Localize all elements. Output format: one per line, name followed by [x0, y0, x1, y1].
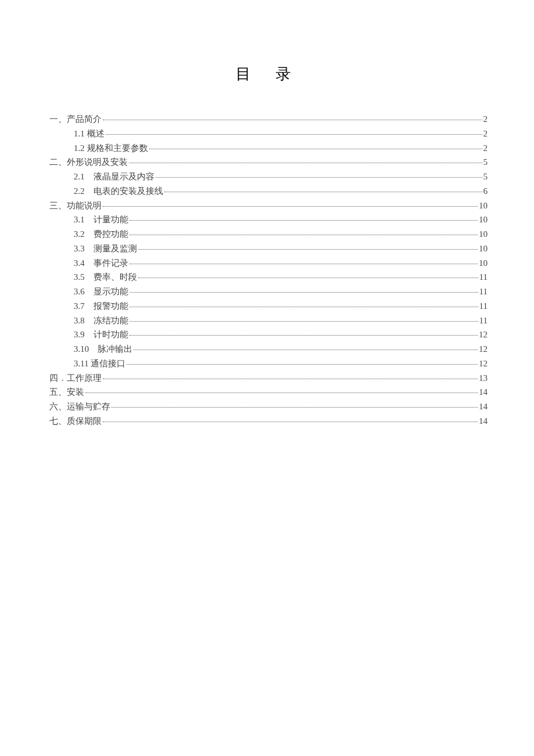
toc-leader-dots: [129, 335, 478, 336]
toc-leader-dots: [164, 192, 482, 192]
toc-leader-dots: [103, 422, 478, 422]
toc-entry-page: 2: [484, 112, 488, 127]
toc-entry-page: 14: [479, 385, 488, 399]
toc-entry-page: 10: [479, 227, 488, 242]
toc-entry-label: 3.5 费率、时段: [74, 270, 137, 285]
toc-leader-dots: [103, 120, 482, 120]
toc-entry-page: 2: [484, 141, 488, 156]
toc-entry-label: 三、功能说明: [49, 199, 102, 213]
toc-entry-label: 3.7 报警功能: [74, 299, 128, 314]
toc-entry-page: 11: [479, 285, 488, 299]
toc-entry-page: 13: [479, 371, 488, 386]
toc-leader-dots: [138, 278, 478, 278]
toc-leader-dots: [149, 149, 482, 149]
toc-entry: 七、质保期限14: [49, 414, 488, 429]
toc-entry: 六、运输与贮存14: [49, 399, 488, 414]
toc-entry-page: 12: [479, 357, 488, 371]
toc-entry-page: 5: [484, 155, 488, 170]
toc-entry-label: 3.1 计量功能: [74, 213, 128, 227]
toc-leader-dots: [85, 393, 478, 393]
toc-entry: 3.2 费控功能10: [49, 227, 488, 242]
toc-leader-dots: [127, 364, 478, 365]
toc-entry-page: 10: [479, 256, 488, 271]
toc-entry-label: 一、产品简介: [49, 112, 102, 127]
toc-entry-label: 3.6 显示功能: [74, 285, 128, 299]
toc-entry: 三、功能说明10: [49, 199, 488, 213]
toc-entry-label: 2.1 液晶显示及内容: [74, 170, 154, 184]
toc-entry-label: 七、质保期限: [49, 414, 102, 429]
toc-entry: 2.2 电表的安装及接线6: [49, 184, 488, 199]
toc-entry-page: 6: [484, 184, 488, 199]
toc-leader-dots: [129, 264, 478, 264]
toc-entry-label: 3.3 测量及监测: [74, 242, 137, 256]
toc-entry: 3.9 计时功能12: [49, 327, 488, 342]
toc-entry: 二、外形说明及安装5: [49, 155, 488, 170]
toc-entry-label: 3.4 事件记录: [74, 256, 128, 271]
toc-entry-page: 2: [484, 127, 488, 141]
toc-leader-dots: [103, 206, 478, 207]
toc-entry: 3.4 事件记录10: [49, 256, 488, 271]
toc-entry: 2.1 液晶显示及内容5: [49, 170, 488, 184]
toc-entry: 3.11 通信接口12: [49, 357, 488, 371]
toc-entry: 3.6 显示功能11: [49, 285, 488, 299]
toc-leader-dots: [103, 379, 478, 379]
toc-entry: 1.1 概述2: [49, 127, 488, 141]
toc-entry: 3.1 计量功能10: [49, 213, 488, 227]
toc-entry-label: 3.2 费控功能: [74, 227, 128, 242]
toc-leader-dots: [134, 350, 478, 350]
toc-leader-dots: [129, 163, 482, 163]
table-of-contents: 一、产品简介21.1 概述21.2 规格和主要参数2二、外形说明及安装52.1 …: [49, 112, 488, 429]
toc-entry-label: 四．工作原理: [49, 371, 102, 386]
toc-entry-page: 10: [479, 242, 488, 256]
document-page: 目 录 一、产品简介21.1 概述21.2 规格和主要参数2二、外形说明及安装5…: [0, 0, 534, 429]
toc-entry: 3.10 脉冲输出12: [49, 342, 488, 357]
toc-leader-dots: [129, 292, 478, 293]
toc-leader-dots: [138, 249, 478, 250]
toc-entry: 3.5 费率、时段11: [49, 270, 488, 285]
toc-entry-page: 11: [479, 299, 488, 314]
toc-entry-label: 3.8 冻结功能: [74, 314, 128, 328]
toc-entry-page: 5: [484, 170, 488, 184]
toc-entry-label: 1.1 概述: [74, 127, 104, 141]
toc-title: 目 录: [49, 64, 488, 84]
toc-entry-page: 11: [479, 270, 488, 285]
toc-entry-label: 3.9 计时功能: [74, 327, 128, 342]
toc-entry-page: 14: [479, 399, 488, 414]
toc-entry-page: 11: [479, 314, 488, 328]
toc-entry: 1.2 规格和主要参数2: [49, 141, 488, 156]
toc-entry-label: 五、安装: [49, 385, 84, 399]
toc-entry: 四．工作原理13: [49, 371, 488, 386]
toc-leader-dots: [129, 321, 478, 322]
toc-entry-page: 12: [479, 342, 488, 357]
toc-entry-label: 二、外形说明及安装: [49, 155, 128, 170]
toc-entry-page: 14: [479, 414, 488, 429]
toc-entry-label: 3.10 脉冲输出: [74, 342, 132, 357]
toc-leader-dots: [106, 134, 482, 135]
toc-entry-page: 10: [479, 199, 488, 213]
toc-leader-dots: [111, 407, 478, 408]
toc-entry-label: 2.2 电表的安装及接线: [74, 184, 163, 199]
toc-leader-dots: [129, 220, 478, 221]
toc-entry: 五、安装14: [49, 385, 488, 399]
toc-leader-dots: [129, 307, 478, 307]
toc-entry: 3.8 冻结功能11: [49, 314, 488, 328]
toc-leader-dots: [156, 177, 482, 178]
toc-entry-label: 3.11 通信接口: [74, 357, 125, 371]
toc-entry-page: 12: [479, 327, 488, 342]
toc-entry: 3.7 报警功能11: [49, 299, 488, 314]
toc-entry-label: 1.2 规格和主要参数: [74, 141, 148, 156]
toc-leader-dots: [129, 235, 478, 235]
toc-entry-page: 10: [479, 213, 488, 227]
toc-entry-label: 六、运输与贮存: [49, 399, 110, 414]
toc-entry: 一、产品简介2: [49, 112, 488, 127]
toc-entry: 3.3 测量及监测10: [49, 242, 488, 256]
